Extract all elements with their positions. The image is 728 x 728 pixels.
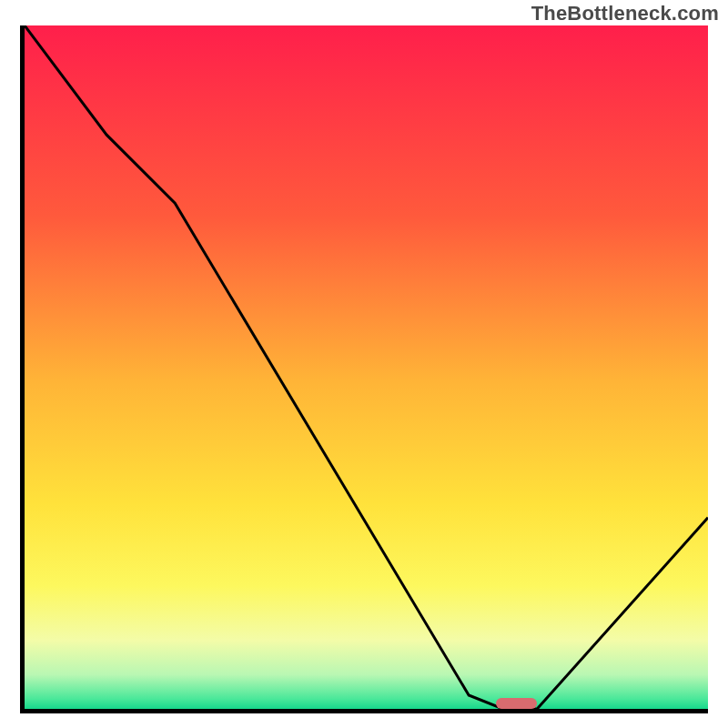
plot-area [20, 25, 708, 713]
bottleneck-curve [25, 25, 708, 709]
chart-frame: TheBottleneck.com [0, 0, 728, 728]
optimal-marker [496, 698, 537, 709]
watermark-text: TheBottleneck.com [531, 2, 719, 25]
